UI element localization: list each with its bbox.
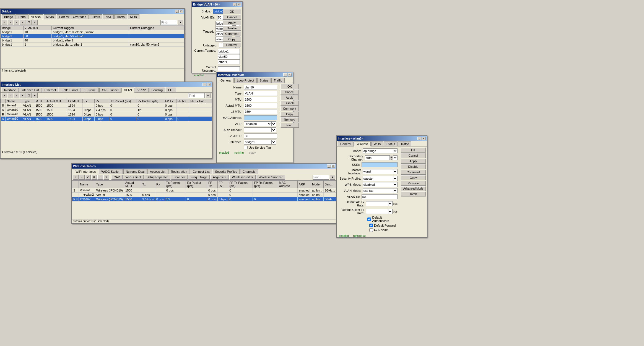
il-maximize[interactable]: □ (207, 83, 211, 86)
interface-dd[interactable] (272, 140, 276, 145)
wt-check-btn[interactable]: ✓ (85, 175, 91, 180)
bv-cancel-btn[interactable]: Cancel (223, 15, 241, 20)
bv-comment-btn[interactable]: Comment (223, 31, 241, 36)
table-row[interactable]: R ⊕vlan1 VLAN 1500 1500 1594 0 bps 0 0 0… (1, 103, 212, 108)
iwlan-cancel-btn[interactable]: Cancel (401, 153, 426, 158)
find-dropdown[interactable]: ▼ (178, 20, 183, 25)
default-client-tx-input[interactable] (366, 209, 388, 214)
tab-wlan-traffic[interactable]: Traffic (398, 141, 411, 146)
add-btn[interactable]: + (2, 20, 7, 25)
tab-eoip[interactable]: EoIP Tunnel (59, 88, 80, 92)
tab-ip-tunnel[interactable]: IP Tunnel (81, 88, 99, 92)
default-authenticate-checkbox[interactable] (367, 217, 371, 221)
tab-port-mst-overrides[interactable]: Port MST Overrides (57, 14, 89, 19)
mac-input[interactable] (244, 115, 277, 120)
bv-copy-btn[interactable]: Copy (223, 37, 241, 42)
sp-dd[interactable] (393, 176, 398, 181)
il-cross-btn[interactable]: ✕ (20, 93, 25, 98)
iwlan-comment-btn[interactable]: Comment (401, 170, 426, 175)
tab-nat[interactable]: NAT (103, 14, 114, 19)
wt-filter-btn[interactable]: ▼ (103, 175, 109, 180)
wt-copy-btn[interactable]: ❐ (97, 175, 103, 180)
il-add-btn[interactable]: + (2, 93, 7, 98)
tab-ports[interactable]: Ports (16, 14, 28, 19)
vm-dd[interactable] (393, 188, 398, 193)
wps-dd[interactable] (393, 182, 398, 187)
mode-input[interactable] (363, 148, 393, 153)
bv-close-btn[interactable]: ✕ (237, 3, 241, 6)
tab-access-list[interactable]: Access List (147, 169, 168, 174)
mtu-input[interactable] (244, 97, 277, 102)
tab-vlans[interactable]: VLANs (28, 14, 43, 19)
tab-w60g[interactable]: W60G Station (99, 169, 123, 174)
secondary-channel-input[interactable] (365, 155, 390, 160)
find-input[interactable] (160, 20, 177, 25)
tab-registration[interactable]: Registration (168, 169, 190, 174)
tab-hosts[interactable]: Hosts (114, 14, 127, 19)
tab-lte[interactable]: LTE (166, 88, 176, 92)
ivlan-minimize[interactable]: _ (283, 73, 287, 77)
table-row[interactable]: bridge110 bridge1, vlan10, ether1, wlan2 (1, 30, 184, 34)
tab-wlan-status[interactable]: Status (384, 141, 398, 146)
sc-dd[interactable] (393, 155, 398, 160)
tab-msts[interactable]: MSTs (44, 14, 56, 19)
ivlan-close[interactable]: ✕ (288, 73, 292, 77)
tab-wlan-wireless[interactable]: Wireless (354, 141, 371, 146)
arp-timeout-dd[interactable] (272, 127, 276, 132)
tab-wlan-general[interactable]: General (338, 141, 354, 146)
cap-btn[interactable]: CAP (111, 175, 123, 180)
il-filter-btn[interactable]: ▼ (32, 93, 38, 98)
arp-timeout-input[interactable] (244, 127, 272, 132)
table-row[interactable]: R ⊕vlan40 VLAN 1500 1500 1594 0 bps 0 bp… (1, 112, 212, 117)
il-find-dd[interactable]: ▼ (205, 93, 211, 98)
wps-mode-input[interactable] (363, 182, 393, 187)
default-ap-tx-input[interactable] (366, 201, 388, 206)
iwlan-copy-btn[interactable]: Copy (401, 175, 426, 180)
tab-connect-list[interactable]: Connect List (190, 169, 212, 174)
tab-interface-list[interactable]: Interface List (19, 88, 41, 92)
mi-dd[interactable] (393, 169, 398, 174)
ivlan-controls[interactable]: _ ✕ (283, 73, 292, 77)
table-row[interactable]: RS ⊕wlan2 Wireless (IPQ4019) 1500 9.5 kb… (72, 197, 336, 201)
wt-find-dd[interactable]: ▼ (330, 175, 335, 180)
bridge-vlan-controls[interactable]: _ ✕ (233, 3, 241, 6)
tab-interface[interactable]: Interface (2, 88, 19, 92)
advanced-mode-btn[interactable]: Advanced Mode (401, 186, 426, 191)
ivlan-remove-btn[interactable]: Remove (281, 117, 299, 122)
table-row[interactable]: S ⊕wlan1 Wireless (IPQ4019) 1500 0 bps 0… (72, 188, 336, 193)
bridge-minimize-btn[interactable]: _ (175, 10, 179, 13)
sc-down[interactable]: ▼ (390, 158, 393, 160)
bv-minimize-btn[interactable]: _ (233, 3, 237, 6)
security-profile-input[interactable] (363, 176, 393, 181)
il-remove-btn[interactable]: − (8, 93, 13, 98)
ivlan-cancel-btn[interactable]: Cancel (281, 90, 299, 95)
wireless-snoozer-btn[interactable]: Wireless Snoozer (256, 175, 285, 180)
ivlan-comment-btn[interactable]: Comment (281, 106, 299, 111)
default-forward-checkbox[interactable] (369, 224, 373, 227)
il-controls[interactable]: _ □ (202, 83, 211, 86)
name-input[interactable] (244, 85, 277, 90)
freq-usage-btn[interactable]: Freq. Usage (188, 175, 210, 180)
table-row[interactable]: ⊕wlan2 Virtual 1500 0 bps 0 bps 0 enable… (72, 193, 336, 197)
bv-ok-btn[interactable]: OK (223, 9, 241, 14)
tab-wlan-wds[interactable]: WDS (371, 141, 383, 146)
dct-dd[interactable] (388, 209, 393, 214)
tab-nstreme[interactable]: Nstreme Dual (123, 169, 147, 174)
tab-mdb[interactable]: MDB (128, 14, 139, 19)
alignment-btn[interactable]: Alignment (210, 175, 229, 180)
tab-vlan[interactable]: VLAN (121, 88, 134, 93)
filter-btn[interactable]: ▼ (32, 20, 38, 25)
iwlan-remove-btn[interactable]: Remove (401, 181, 426, 186)
ivlan-ok-btn[interactable]: OK (281, 84, 299, 89)
iwlan-apply-btn[interactable]: Apply (401, 159, 426, 164)
vlan-id-input[interactable] (244, 133, 277, 138)
bridge-maximize-btn[interactable]: □ (179, 10, 183, 13)
tab-bonding[interactable]: Bonding (149, 88, 165, 92)
hide-ssid-checkbox[interactable] (369, 228, 373, 232)
vlan-mode-input[interactable] (363, 188, 393, 193)
tab-vrrp[interactable]: VRRP (135, 88, 149, 92)
iwlan-disable-btn[interactable]: Disable (401, 164, 426, 169)
tab-gre[interactable]: GRE Tunnel (99, 88, 121, 92)
scanner-btn[interactable]: Scanner (171, 175, 188, 180)
il-check-btn[interactable]: ✓ (14, 93, 19, 98)
